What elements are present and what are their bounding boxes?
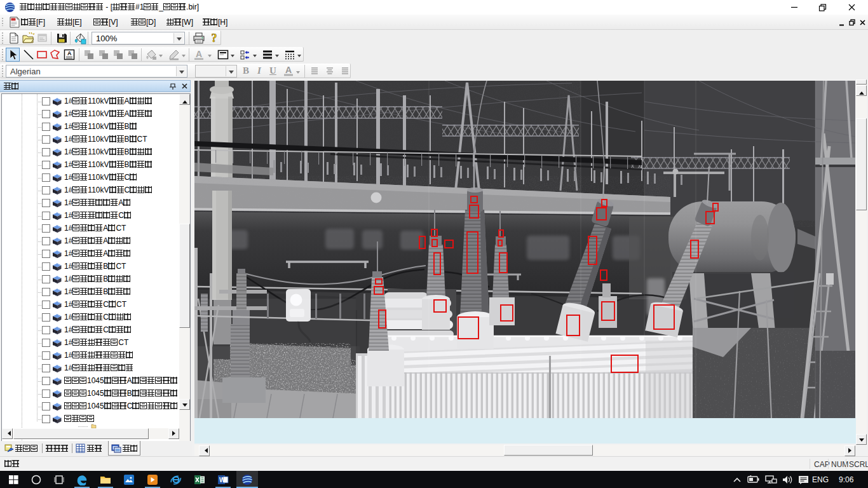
svg-text:A: A — [67, 50, 72, 57]
svg-text:W: W — [219, 477, 226, 484]
svg-text:?: ? — [212, 32, 217, 44]
svg-text:A: A — [285, 65, 292, 75]
svg-text:A: A — [196, 49, 202, 59]
